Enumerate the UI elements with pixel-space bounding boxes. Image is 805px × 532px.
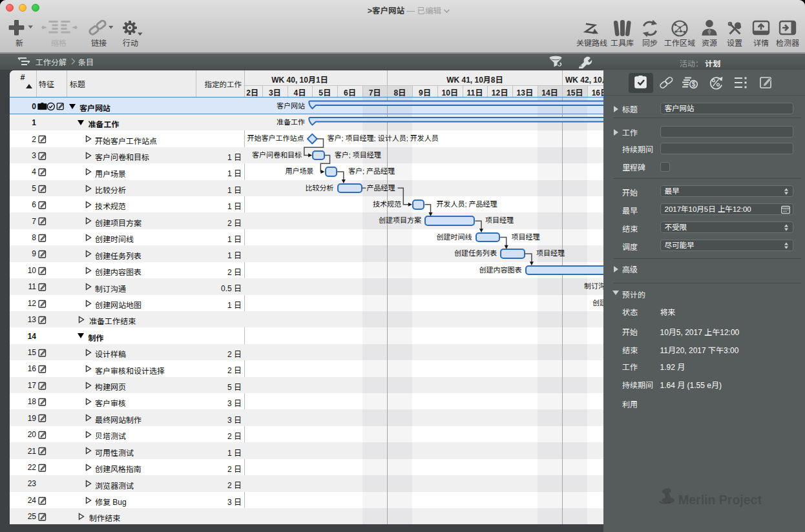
svg-text:Merlin Project: Merlin Project	[678, 493, 762, 507]
svg-text:$: $	[692, 81, 696, 88]
